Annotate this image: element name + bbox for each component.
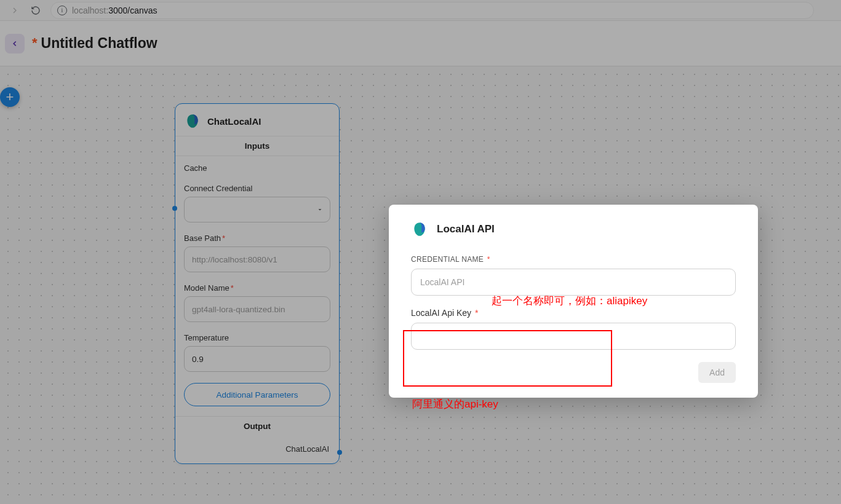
credential-name-input[interactable] (411, 269, 736, 296)
add-button[interactable]: Add (698, 362, 736, 383)
api-key-input[interactable] (411, 323, 736, 350)
credential-name-label: CREDENTIAL NAME * (411, 255, 736, 264)
localai-logo-icon (411, 221, 428, 238)
api-key-label: LocalAI Api Key * (411, 308, 736, 318)
dialog-title: LocalAI API (437, 223, 495, 235)
credential-dialog: LocalAI API CREDENTIAL NAME * LocalAI Ap… (389, 205, 758, 398)
